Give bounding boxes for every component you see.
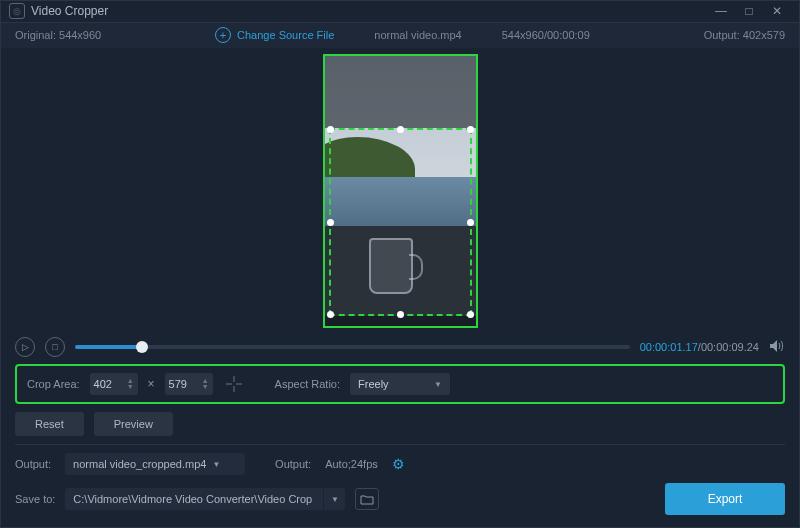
- current-time: 00:00:01.17: [640, 341, 698, 353]
- maximize-button[interactable]: □: [735, 1, 763, 21]
- export-button[interactable]: Export: [665, 483, 785, 515]
- crop-area-label: Crop Area:: [27, 378, 80, 390]
- crop-handle-mr[interactable]: [467, 219, 474, 226]
- chevron-down-icon: ▼: [434, 380, 442, 389]
- width-step-down[interactable]: ▼: [127, 384, 134, 390]
- preview-area: [1, 48, 799, 334]
- preview-button[interactable]: Preview: [94, 412, 173, 436]
- crop-width-input[interactable]: 402 ▲▼: [90, 373, 138, 395]
- window-title: Video Cropper: [31, 4, 707, 18]
- save-path-field[interactable]: C:\Vidmore\Vidmore Video Converter\Video…: [65, 488, 345, 510]
- close-button[interactable]: ✕: [763, 1, 791, 21]
- timecode: 00:00:01.17/00:00:09.24: [640, 341, 759, 353]
- info-bar: Original: 544x960 + Change Source File n…: [1, 23, 799, 48]
- change-source-button[interactable]: + Change Source File: [215, 27, 334, 43]
- output-file-label: Output:: [15, 458, 51, 470]
- output-dimensions: Output: 402x579: [704, 29, 785, 41]
- save-row: Save to: C:\Vidmore\Vidmore Video Conver…: [1, 475, 799, 527]
- aspect-ratio-label: Aspect Ratio:: [275, 378, 340, 390]
- crop-handle-bm[interactable]: [397, 311, 404, 318]
- output-settings-value: Auto;24fps: [325, 458, 378, 470]
- crop-handle-tl[interactable]: [327, 126, 334, 133]
- original-dimensions: Original: 544x960: [15, 29, 101, 41]
- minimize-button[interactable]: —: [707, 1, 735, 21]
- stop-button[interactable]: □: [45, 337, 65, 357]
- aspect-ratio-select[interactable]: Freely ▼: [350, 373, 450, 395]
- center-crop-button[interactable]: [223, 373, 245, 395]
- save-to-label: Save to:: [15, 493, 55, 505]
- play-button[interactable]: ▷: [15, 337, 35, 357]
- volume-icon[interactable]: [769, 339, 785, 356]
- plus-circle-icon: +: [215, 27, 231, 43]
- crop-handle-tr[interactable]: [467, 126, 474, 133]
- change-source-label: Change Source File: [237, 29, 334, 41]
- playback-bar: ▷ □ 00:00:01.17/00:00:09.24: [1, 334, 799, 360]
- output-row: Output: normal video_cropped.mp4 ▼ Outpu…: [1, 445, 799, 475]
- output-filename-field[interactable]: normal video_cropped.mp4 ▼: [65, 453, 245, 475]
- video-frame[interactable]: [323, 54, 478, 328]
- titlebar: ◎ Video Cropper — □ ✕: [1, 1, 799, 23]
- seek-slider[interactable]: [75, 345, 630, 349]
- total-time: 00:00:09.24: [701, 341, 759, 353]
- chevron-down-icon: ▼: [212, 460, 220, 469]
- source-filename: normal video.mp4: [374, 29, 461, 41]
- crop-handle-bl[interactable]: [327, 311, 334, 318]
- crop-handle-ml[interactable]: [327, 219, 334, 226]
- crop-handle-tm[interactable]: [397, 126, 404, 133]
- path-dropdown-button[interactable]: ▼: [323, 488, 345, 510]
- open-folder-button[interactable]: [355, 488, 379, 510]
- crop-handle-br[interactable]: [467, 311, 474, 318]
- app-logo-icon: ◎: [9, 3, 25, 19]
- crop-selection[interactable]: [329, 128, 472, 316]
- gear-icon[interactable]: ⚙: [392, 456, 405, 472]
- crop-controls-panel: Crop Area: 402 ▲▼ × 579 ▲▼ Aspect Ratio:…: [15, 364, 785, 404]
- multiply-icon: ×: [148, 377, 155, 391]
- source-info: 544x960/00:00:09: [502, 29, 590, 41]
- seek-thumb[interactable]: [136, 341, 148, 353]
- output-settings-label: Output:: [275, 458, 311, 470]
- height-step-down[interactable]: ▼: [202, 384, 209, 390]
- crop-height-input[interactable]: 579 ▲▼: [165, 373, 213, 395]
- reset-button[interactable]: Reset: [15, 412, 84, 436]
